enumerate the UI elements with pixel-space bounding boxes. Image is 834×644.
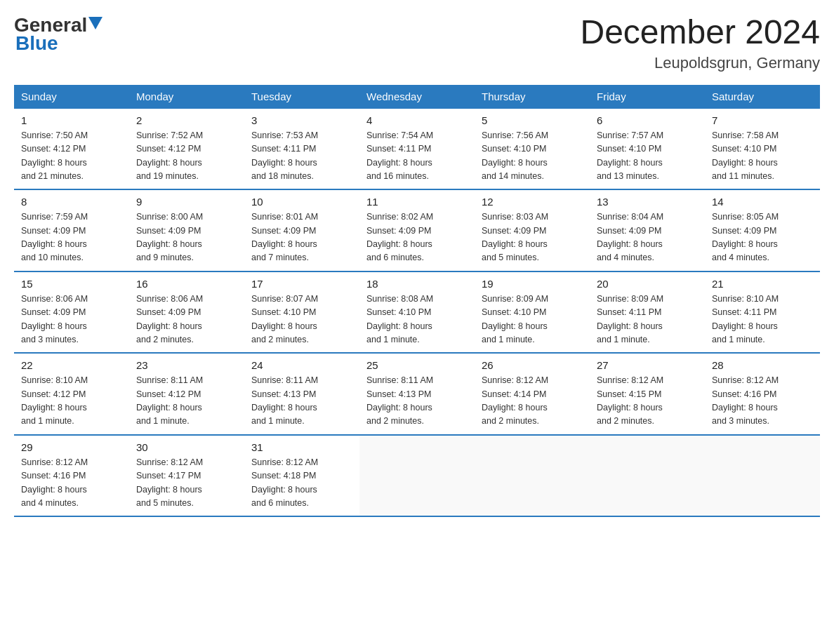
day-number: 6 xyxy=(597,114,698,126)
day-number: 2 xyxy=(136,114,237,126)
week-row-3: 15 Sunrise: 8:06 AMSunset: 4:09 PMDaylig… xyxy=(14,271,820,354)
day-info: Sunrise: 8:07 AMSunset: 4:10 PMDaylight:… xyxy=(251,294,318,344)
table-row: 28 Sunrise: 8:12 AMSunset: 4:16 PMDaylig… xyxy=(705,353,820,435)
day-info: Sunrise: 7:50 AMSunset: 4:12 PMDaylight:… xyxy=(21,130,88,181)
day-info: Sunrise: 8:00 AMSunset: 4:09 PMDaylight:… xyxy=(136,212,203,262)
day-number: 24 xyxy=(251,359,352,371)
day-info: Sunrise: 8:12 AMSunset: 4:14 PMDaylight:… xyxy=(482,375,548,426)
day-info: Sunrise: 7:56 AMSunset: 4:10 PMDaylight:… xyxy=(482,130,548,181)
day-number: 11 xyxy=(366,196,468,208)
day-number: 21 xyxy=(712,278,813,290)
day-number: 1 xyxy=(21,114,122,126)
svg-marker-0 xyxy=(88,17,102,29)
table-row: 27 Sunrise: 8:12 AMSunset: 4:15 PMDaylig… xyxy=(590,353,705,435)
day-number: 4 xyxy=(366,114,468,126)
table-row: 23 Sunrise: 8:11 AMSunset: 4:12 PMDaylig… xyxy=(129,353,244,435)
table-row: 6 Sunrise: 7:57 AMSunset: 4:10 PMDayligh… xyxy=(590,108,705,189)
day-info: Sunrise: 8:11 AMSunset: 4:13 PMDaylight:… xyxy=(251,375,318,426)
day-number: 31 xyxy=(251,441,352,453)
week-row-4: 22 Sunrise: 8:10 AMSunset: 4:12 PMDaylig… xyxy=(14,353,820,435)
day-number: 12 xyxy=(482,196,583,208)
day-number: 20 xyxy=(597,278,698,290)
day-info: Sunrise: 7:58 AMSunset: 4:10 PMDaylight:… xyxy=(712,130,779,181)
table-row: 10 Sunrise: 8:01 AMSunset: 4:09 PMDaylig… xyxy=(244,189,359,271)
week-row-2: 8 Sunrise: 7:59 AMSunset: 4:09 PMDayligh… xyxy=(14,189,820,271)
table-row: 11 Sunrise: 8:02 AMSunset: 4:09 PMDaylig… xyxy=(359,189,475,271)
day-number: 8 xyxy=(21,196,122,208)
table-row xyxy=(475,435,590,517)
day-info: Sunrise: 8:11 AMSunset: 4:13 PMDaylight:… xyxy=(366,375,433,426)
table-row: 31 Sunrise: 8:12 AMSunset: 4:18 PMDaylig… xyxy=(244,435,359,517)
day-info: Sunrise: 8:05 AMSunset: 4:09 PMDaylight:… xyxy=(712,212,779,262)
table-row: 9 Sunrise: 8:00 AMSunset: 4:09 PMDayligh… xyxy=(129,189,244,271)
logo: General Blue xyxy=(14,14,104,55)
location-subtitle: Leupoldsgrun, Germany xyxy=(580,54,820,72)
table-row xyxy=(359,435,475,517)
day-info: Sunrise: 8:12 AMSunset: 4:16 PMDaylight:… xyxy=(712,375,779,426)
day-number: 27 xyxy=(597,359,698,371)
col-monday: Monday xyxy=(129,85,244,109)
day-number: 16 xyxy=(136,278,237,290)
table-row: 29 Sunrise: 8:12 AMSunset: 4:16 PMDaylig… xyxy=(14,435,129,517)
day-info: Sunrise: 8:02 AMSunset: 4:09 PMDaylight:… xyxy=(366,212,433,262)
day-info: Sunrise: 8:11 AMSunset: 4:12 PMDaylight:… xyxy=(136,375,203,426)
day-number: 23 xyxy=(136,359,237,371)
day-info: Sunrise: 8:12 AMSunset: 4:17 PMDaylight:… xyxy=(136,457,203,508)
day-number: 22 xyxy=(21,359,122,371)
day-number: 3 xyxy=(251,114,352,126)
table-row: 18 Sunrise: 8:08 AMSunset: 4:10 PMDaylig… xyxy=(359,271,475,354)
table-row: 14 Sunrise: 8:05 AMSunset: 4:09 PMDaylig… xyxy=(705,189,820,271)
day-number: 29 xyxy=(21,441,122,453)
table-row: 8 Sunrise: 7:59 AMSunset: 4:09 PMDayligh… xyxy=(14,189,129,271)
table-row: 21 Sunrise: 8:10 AMSunset: 4:11 PMDaylig… xyxy=(705,271,820,354)
table-row: 15 Sunrise: 8:06 AMSunset: 4:09 PMDaylig… xyxy=(14,271,129,354)
day-info: Sunrise: 8:12 AMSunset: 4:18 PMDaylight:… xyxy=(251,457,318,508)
day-number: 14 xyxy=(712,196,813,208)
day-number: 28 xyxy=(712,359,813,371)
day-info: Sunrise: 8:06 AMSunset: 4:09 PMDaylight:… xyxy=(21,294,88,344)
table-row: 19 Sunrise: 8:09 AMSunset: 4:10 PMDaylig… xyxy=(475,271,590,354)
day-info: Sunrise: 8:09 AMSunset: 4:11 PMDaylight:… xyxy=(597,294,663,344)
title-section: December 2024 Leupoldsgrun, Germany xyxy=(580,14,820,72)
day-info: Sunrise: 8:04 AMSunset: 4:09 PMDaylight:… xyxy=(597,212,663,262)
table-row: 30 Sunrise: 8:12 AMSunset: 4:17 PMDaylig… xyxy=(129,435,244,517)
day-number: 26 xyxy=(482,359,583,371)
col-thursday: Thursday xyxy=(475,85,590,109)
day-number: 10 xyxy=(251,196,352,208)
month-title: December 2024 xyxy=(580,14,820,51)
table-row: 16 Sunrise: 8:06 AMSunset: 4:09 PMDaylig… xyxy=(129,271,244,354)
col-saturday: Saturday xyxy=(705,85,820,109)
day-info: Sunrise: 8:09 AMSunset: 4:10 PMDaylight:… xyxy=(482,294,548,344)
day-number: 19 xyxy=(482,278,583,290)
day-info: Sunrise: 8:08 AMSunset: 4:10 PMDaylight:… xyxy=(366,294,433,344)
day-number: 25 xyxy=(366,359,468,371)
table-row xyxy=(705,435,820,517)
table-row: 22 Sunrise: 8:10 AMSunset: 4:12 PMDaylig… xyxy=(14,353,129,435)
day-info: Sunrise: 8:12 AMSunset: 4:16 PMDaylight:… xyxy=(21,457,88,508)
col-sunday: Sunday xyxy=(14,85,129,109)
page-header: General Blue December 2024 Leupoldsgrun,… xyxy=(14,14,820,72)
day-number: 13 xyxy=(597,196,698,208)
logo-triangle-icon xyxy=(88,17,104,32)
table-row: 5 Sunrise: 7:56 AMSunset: 4:10 PMDayligh… xyxy=(475,108,590,189)
day-number: 7 xyxy=(712,114,813,126)
day-info: Sunrise: 7:54 AMSunset: 4:11 PMDaylight:… xyxy=(366,130,433,181)
table-row: 1 Sunrise: 7:50 AMSunset: 4:12 PMDayligh… xyxy=(14,108,129,189)
table-row: 3 Sunrise: 7:53 AMSunset: 4:11 PMDayligh… xyxy=(244,108,359,189)
table-row: 2 Sunrise: 7:52 AMSunset: 4:12 PMDayligh… xyxy=(129,108,244,189)
table-row: 7 Sunrise: 7:58 AMSunset: 4:10 PMDayligh… xyxy=(705,108,820,189)
logo-blue-text: Blue xyxy=(15,32,58,55)
table-row: 26 Sunrise: 8:12 AMSunset: 4:14 PMDaylig… xyxy=(475,353,590,435)
day-info: Sunrise: 7:57 AMSunset: 4:10 PMDaylight:… xyxy=(597,130,663,181)
day-info: Sunrise: 8:10 AMSunset: 4:12 PMDaylight:… xyxy=(21,375,88,426)
day-number: 17 xyxy=(251,278,352,290)
week-row-1: 1 Sunrise: 7:50 AMSunset: 4:12 PMDayligh… xyxy=(14,108,820,189)
day-info: Sunrise: 8:10 AMSunset: 4:11 PMDaylight:… xyxy=(712,294,779,344)
day-number: 5 xyxy=(482,114,583,126)
day-number: 18 xyxy=(366,278,468,290)
table-row: 25 Sunrise: 8:11 AMSunset: 4:13 PMDaylig… xyxy=(359,353,475,435)
table-row: 12 Sunrise: 8:03 AMSunset: 4:09 PMDaylig… xyxy=(475,189,590,271)
weekday-header-row: Sunday Monday Tuesday Wednesday Thursday… xyxy=(14,85,820,109)
col-tuesday: Tuesday xyxy=(244,85,359,109)
col-friday: Friday xyxy=(590,85,705,109)
